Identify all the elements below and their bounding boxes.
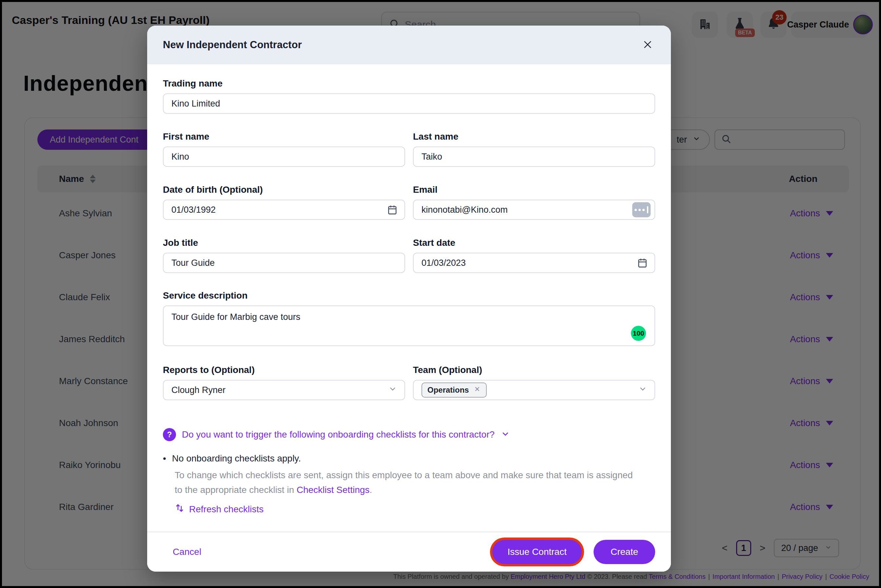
modal-footer: Cancel Issue Contract Create [147, 532, 671, 572]
question-mark-icon: ? [163, 428, 176, 441]
modal-header: New Independent Contractor [147, 26, 671, 64]
issue-contract-button[interactable]: Issue Contract [492, 540, 582, 564]
service-description-label: Service description [163, 290, 655, 301]
chevron-down-icon [388, 384, 397, 396]
email-label: Email [413, 184, 655, 195]
dob-label: Date of birth (Optional) [163, 184, 405, 195]
new-contractor-modal: New Independent Contractor Trading name … [147, 26, 671, 572]
modal-body: Trading name First name Last name Date o… [147, 64, 671, 515]
job-title-input[interactable] [163, 253, 405, 273]
team-select[interactable]: Operations [413, 380, 655, 400]
chevron-down-icon [638, 384, 647, 396]
refresh-icon [175, 503, 184, 515]
first-name-label: First name [163, 131, 405, 142]
create-button[interactable]: Create [593, 540, 655, 564]
start-date-label: Start date [413, 238, 655, 248]
checklist-settings-link[interactable]: Checklist Settings [297, 485, 370, 495]
remove-chip-icon[interactable] [473, 386, 481, 394]
onboarding-checklists-toggle[interactable]: ? Do you want to trigger the following o… [163, 428, 655, 441]
refresh-checklists-button[interactable]: Refresh checklists [175, 503, 655, 515]
modal-title: New Independent Contractor [163, 39, 302, 51]
dob-input[interactable] [163, 200, 405, 220]
last-name-input[interactable] [413, 147, 655, 167]
character-count-badge: 100 [631, 326, 646, 341]
reports-to-select[interactable]: Clough Ryner [163, 380, 405, 400]
close-icon [642, 39, 653, 51]
no-checklists-message: No onboarding checklists apply. [172, 453, 301, 464]
service-description-textarea[interactable] [163, 306, 655, 346]
app-screen: Casper's Training (AU 1st EH Payroll) BE… [0, 0, 881, 588]
calendar-icon[interactable] [637, 257, 648, 268]
chevron-down-icon [500, 429, 510, 440]
checklists-help-text: To change which checklists are sent, ass… [175, 468, 634, 497]
trading-name-label: Trading name [163, 78, 655, 89]
team-label: Team (Optional) [413, 365, 655, 375]
last-name-label: Last name [413, 131, 655, 142]
job-title-label: Job title [163, 238, 405, 248]
autofill-icon [632, 202, 650, 217]
close-button[interactable] [640, 37, 655, 53]
reports-to-label: Reports to (Optional) [163, 365, 405, 375]
team-chip: Operations [421, 382, 487, 398]
trading-name-input[interactable] [163, 93, 655, 114]
start-date-input[interactable] [413, 253, 655, 273]
calendar-icon[interactable] [387, 204, 398, 215]
cancel-button[interactable]: Cancel [173, 547, 201, 557]
first-name-input[interactable] [163, 147, 405, 167]
email-input[interactable] [413, 200, 655, 220]
bullet-icon: • [163, 453, 166, 464]
